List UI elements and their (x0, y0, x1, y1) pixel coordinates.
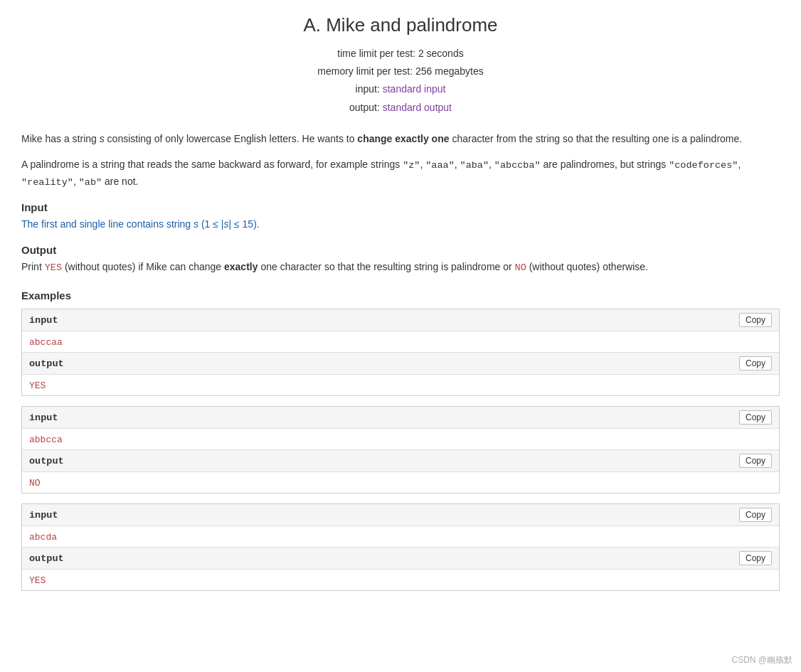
input-section-title: Input (21, 201, 780, 213)
example-2-output-label: output (29, 456, 739, 466)
example-3-input-value-row: abcda (22, 526, 779, 548)
example-3-output-value-row: YES (22, 570, 779, 590)
examples-title: Examples (21, 289, 780, 302)
example-2-input-value: abbcca (29, 434, 63, 445)
example-1-input-copy-button[interactable]: Copy (739, 313, 772, 327)
input-section-content: The first and single line contains strin… (21, 216, 780, 232)
example-1-output-header: output Copy (22, 353, 779, 375)
example-1-output-label: output (29, 358, 739, 369)
example-2-input-header: input Copy (22, 407, 779, 429)
example-3: input Copy abcda output Copy YES (21, 503, 780, 591)
example-2-input-copy-button[interactable]: Copy (739, 410, 772, 425)
example-3-output-header: output Copy (22, 548, 779, 570)
example-2: input Copy abbcca output Copy NO (21, 406, 780, 494)
example-2-output-value-row: NO (22, 472, 779, 493)
output-type: output: standard output (21, 99, 780, 117)
example-2-output-copy-button[interactable]: Copy (739, 454, 772, 468)
output-section-content: Print YES (without quotes) if Mike can c… (21, 259, 780, 276)
example-3-output-label: output (29, 553, 739, 564)
input-type: input: input: standard inputstandard inp… (21, 80, 780, 98)
example-1-input-value: abccaa (29, 337, 63, 348)
example-1-input-label: input (29, 315, 739, 326)
example-1-input-header: input Copy (22, 309, 779, 331)
time-limit: time limit per test: 2 seconds (21, 45, 780, 63)
meta-info: time limit per test: 2 seconds memory li… (21, 45, 780, 117)
example-3-input-value: abcda (29, 532, 57, 543)
example-2-output-value: NO (29, 478, 41, 489)
example-3-input-header: input Copy (22, 504, 779, 526)
palindrome-definition: A palindrome is a string that reads the … (21, 156, 780, 190)
example-2-input-label: input (29, 412, 739, 423)
example-1: input Copy abccaa output Copy YES (21, 309, 780, 396)
output-section-title: Output (21, 244, 780, 256)
example-3-input-copy-button[interactable]: Copy (739, 508, 772, 522)
example-3-output-copy-button[interactable]: Copy (739, 551, 772, 565)
example-1-input-value-row: abccaa (22, 331, 779, 353)
example-3-output-value: YES (29, 575, 46, 586)
memory-limit: memory limit per test: 256 megabytes (21, 63, 780, 80)
example-3-input-label: input (29, 510, 739, 521)
example-1-output-copy-button[interactable]: Copy (739, 356, 772, 370)
example-2-output-header: output Copy (22, 450, 779, 472)
example-1-output-value-row: YES (22, 375, 779, 395)
example-2-input-value-row: abbcca (22, 429, 779, 450)
page-title: A. Mike and palindrome (21, 14, 780, 36)
example-1-output-value: YES (29, 380, 46, 391)
problem-statement: Mike has a string s consisting of only l… (21, 131, 780, 146)
